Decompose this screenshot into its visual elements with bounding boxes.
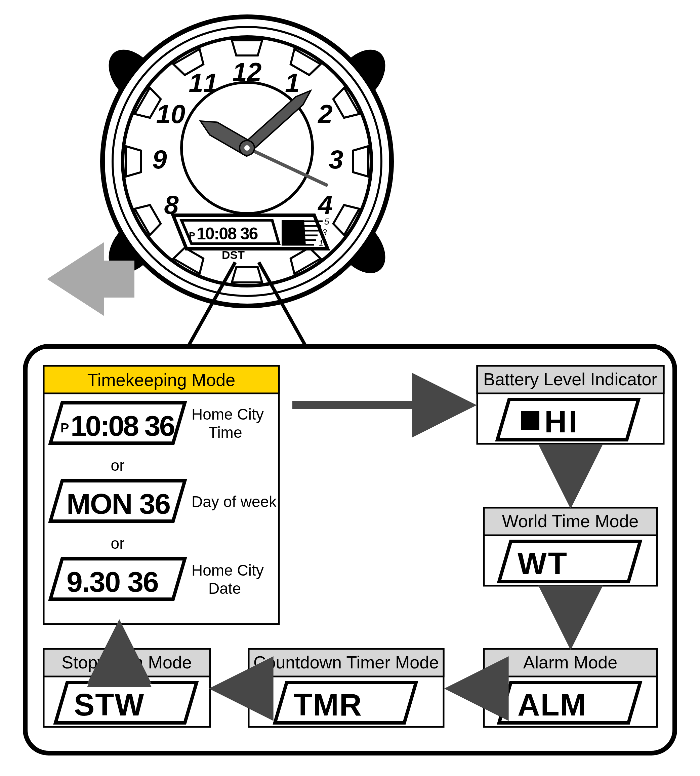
svg-text:3: 3 [329,145,343,174]
lcd-value: 9.30 36 [67,566,158,598]
lcd-value: WT [518,546,568,581]
svg-text:4: 4 [317,190,332,220]
lcd-value: HI [544,404,579,439]
lcd-p: P [60,421,69,435]
watch-lcd-p: P [189,230,195,241]
lcd-value: MON 36 [67,487,170,520]
mode-battery: Battery Level Indicator HI [477,366,664,444]
watch-lcd-dst: DST [222,249,245,261]
mode-title: World Time Mode [502,511,639,531]
lcd-value: TMR [293,688,362,722]
mode-alarm: Alarm Mode ALM [484,649,657,727]
lcd-label-line2: Date [208,580,241,597]
lcd-label-line1: Home City [192,561,264,579]
mode-title: Stopwatch Mode [62,653,192,672]
lcd-value: ALM [518,688,587,722]
mode-title: Countdown Timer Mode [253,653,439,672]
or-label: or [111,457,125,474]
watch-lcd-value: 10:08 36 [197,224,258,243]
lcd-label-line1: Home City [192,406,264,423]
mode-countdown: Countdown Timer Mode TMR [249,649,443,727]
svg-text:1: 1 [285,68,300,97]
mode-worldtime: World Time Mode WT [484,508,657,586]
svg-text:5: 5 [324,217,329,227]
lcd-value: 10:08 36 [70,409,174,442]
mode-title: Alarm Mode [523,653,617,672]
svg-text:10: 10 [156,99,185,129]
mode-stopwatch: Stopwatch Mode STW [44,649,210,727]
lcd-value: STW [74,688,145,722]
mode-title: Battery Level Indicator [483,369,657,389]
mode-timekeeping: Timekeeping Mode P 10:08 36 Home City Ti… [44,366,279,624]
watch: 12 1 2 3 4 8 9 10 11 P 10:08 36 DST [98,17,395,306]
lcd-label-line2: Time [208,424,242,441]
svg-text:1: 1 [318,238,323,248]
or-label: or [111,535,125,552]
svg-text:3: 3 [322,227,327,237]
svg-point-22 [244,145,250,151]
mode-title: Timekeeping Mode [87,370,235,390]
lcd-label: Day of week [192,493,277,511]
svg-text:9: 9 [152,145,167,174]
battery-block-icon [521,411,539,430]
svg-text:2: 2 [317,99,332,129]
